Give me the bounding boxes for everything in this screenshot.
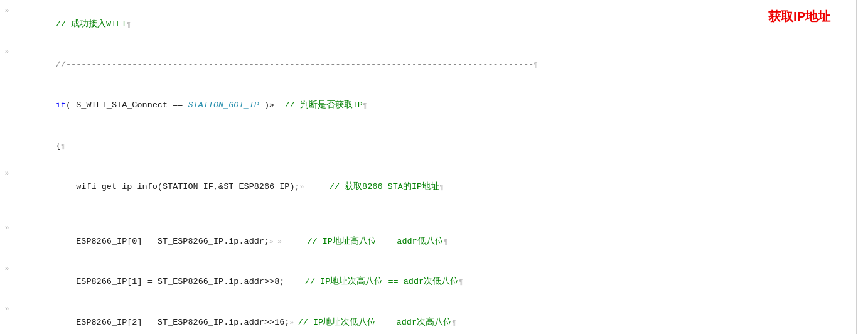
- code-line: {¶: [0, 126, 868, 166]
- code-content[interactable]: 获取IP地址 » // 成功接入WIFI¶ » //--------------…: [0, 0, 868, 334]
- line-text: // 成功接入WIFI¶: [13, 4, 867, 45]
- line-text: ESP8266_IP[1] = ST_ESP8266_IP.ip.addr>>8…: [13, 262, 867, 303]
- line-text: [13, 207, 867, 221]
- gutter: [1, 133, 13, 134]
- gutter: »: [1, 4, 13, 17]
- code-line: if( S_WIFI_STA_Connect == STATION_GOT_IP…: [0, 85, 868, 126]
- code-line: » ESP8266_IP[1] = ST_ESP8266_IP.ip.addr>…: [0, 262, 868, 303]
- gutter: »: [1, 303, 13, 315]
- code-line: [0, 207, 868, 221]
- gutter: »: [1, 222, 13, 234]
- line-text: //--------------------------------------…: [13, 45, 867, 85]
- line-text: {¶: [13, 126, 867, 166]
- gutter: [1, 93, 13, 94]
- code-editor: 获取IP地址 » // 成功接入WIFI¶ » //--------------…: [0, 0, 868, 334]
- gutter: »: [1, 45, 13, 58]
- line-text: ESP8266_IP[2] = ST_ESP8266_IP.ip.addr>>1…: [13, 302, 867, 334]
- code-line: » //------------------------------------…: [0, 45, 868, 85]
- gutter: [1, 215, 13, 216]
- code-line: » wifi_get_ip_info(STATION_IF,&ST_ESP826…: [0, 166, 868, 207]
- code-line: » ESP8266_IP[2] = ST_ESP8266_IP.ip.addr>…: [0, 302, 868, 334]
- line-text: if( S_WIFI_STA_Connect == STATION_GOT_IP…: [13, 85, 867, 126]
- line-text: wifi_get_ip_info(STATION_IF,&ST_ESP8266_…: [13, 166, 867, 207]
- code-line: » // 成功接入WIFI¶: [0, 4, 868, 45]
- code-line: » ESP8266_IP[0] = ST_ESP8266_IP.ip.addr;…: [0, 221, 868, 262]
- annotation-label: 获取IP地址: [768, 6, 830, 26]
- gutter: »: [1, 167, 13, 180]
- line-text: ESP8266_IP[0] = ST_ESP8266_IP.ip.addr;» …: [13, 221, 867, 262]
- vertical-line: [856, 0, 857, 334]
- gutter: »: [1, 262, 13, 275]
